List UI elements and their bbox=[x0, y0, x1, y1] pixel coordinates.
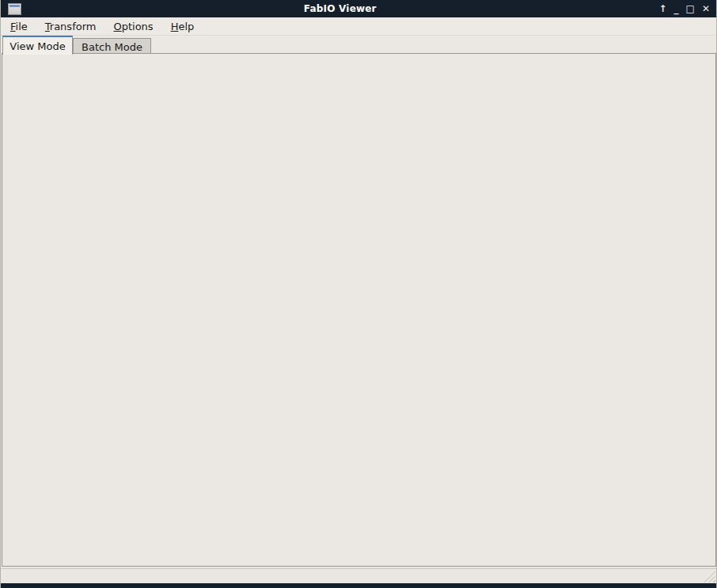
menu-item[interactable]: File bbox=[2, 19, 36, 34]
tab-bar: View Mode Batch Mode bbox=[1, 36, 717, 54]
menu-item[interactable]: Help bbox=[163, 19, 203, 34]
window-icon bbox=[8, 3, 21, 15]
status-bar bbox=[1, 568, 717, 584]
maximize-icon[interactable]: □ bbox=[686, 1, 695, 17]
tab-content-pane bbox=[2, 53, 716, 567]
title-bar: FabIO Viewer ↑ _ □ ✕ bbox=[1, 0, 717, 17]
tab-view-mode[interactable]: View Mode bbox=[2, 36, 73, 55]
window-bottom-border bbox=[1, 583, 717, 588]
raise-window-icon[interactable]: ↑ bbox=[659, 1, 667, 17]
minimize-icon[interactable]: _ bbox=[674, 1, 679, 17]
menu-item[interactable]: Options bbox=[105, 19, 161, 34]
menu-bar: FileTransformOptionsHelp bbox=[1, 17, 717, 36]
resize-grip[interactable] bbox=[704, 571, 715, 582]
tab-batch-mode[interactable]: Batch Mode bbox=[73, 38, 151, 55]
close-icon[interactable]: ✕ bbox=[702, 1, 710, 17]
menu-item[interactable]: Transform bbox=[37, 19, 104, 34]
fabio-viewer-window: FabIO Viewer ↑ _ □ ✕ FileTransformOption… bbox=[0, 0, 717, 588]
window-title: FabIO Viewer bbox=[21, 3, 659, 14]
